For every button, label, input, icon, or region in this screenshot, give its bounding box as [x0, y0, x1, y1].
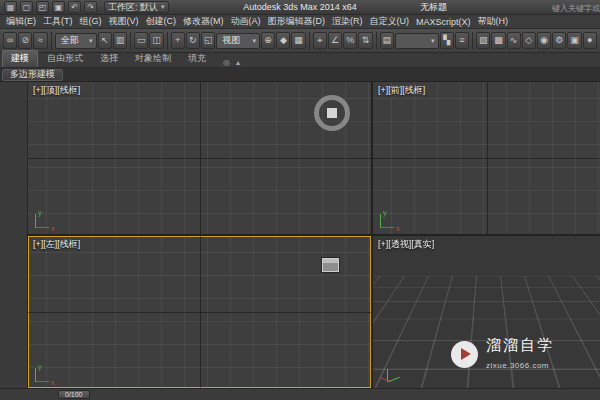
- viewport-perspective[interactable]: [+][透视][真实] 溜溜自学 zixue.3066.com: [373, 236, 600, 388]
- y-axis-label: y: [383, 209, 387, 216]
- align-button[interactable]: ≡: [455, 32, 469, 49]
- viewport-front[interactable]: [+][前][线框] x y: [373, 82, 600, 234]
- axis-gizmo: x y: [380, 206, 404, 230]
- select-and-scale-button[interactable]: ◱: [201, 32, 215, 49]
- bind-to-space-warp-button[interactable]: ≈: [33, 32, 47, 49]
- title-bar: ▦ ▢ ◰ ▣ ↶ ↷ 工作区: 默认 ▾ Autodesk 3ds Max 2…: [0, 0, 600, 15]
- menu-modifiers[interactable]: 修改器(M): [183, 15, 224, 28]
- schematic-view-button[interactable]: ◇: [522, 32, 536, 49]
- selection-filter-dropdown[interactable]: 全部 ▾: [55, 33, 97, 49]
- gizmo-core-icon: [327, 108, 337, 118]
- save-file-icon[interactable]: ▣: [52, 1, 65, 13]
- toolbar-separator: [472, 32, 473, 50]
- use-pivot-point-center-button[interactable]: ⊕: [261, 32, 275, 49]
- menu-animation[interactable]: 动画(A): [231, 15, 261, 28]
- ribbon-collapse-icon[interactable]: ▴: [236, 58, 240, 67]
- percent-snap-button[interactable]: %: [343, 32, 357, 49]
- select-and-rotate-button[interactable]: ↻: [186, 32, 200, 49]
- watermark-url: zixue.3066.com: [486, 361, 549, 370]
- search-input[interactable]: 键入关键字或短语: [552, 3, 600, 14]
- menu-group[interactable]: 组(G): [80, 15, 102, 28]
- mirror-button[interactable]: ▚: [440, 32, 454, 49]
- x-axis-icon: [380, 227, 394, 228]
- unlink-selection-button[interactable]: ⊘: [18, 32, 32, 49]
- curve-editor-button[interactable]: ∿: [507, 32, 521, 49]
- chevron-down-icon: ▾: [89, 37, 93, 45]
- toolbar-separator: [130, 32, 131, 50]
- menu-graph-editors[interactable]: 图形编辑器(D): [268, 15, 326, 28]
- y-axis-label: y: [38, 209, 42, 216]
- new-scene-icon[interactable]: ▢: [20, 1, 33, 13]
- viewport-left-label[interactable]: [+][左][线框]: [33, 238, 80, 251]
- chevron-down-icon: ▾: [161, 3, 165, 11]
- select-and-move-button[interactable]: +: [171, 32, 185, 49]
- open-file-icon[interactable]: ◰: [36, 1, 49, 13]
- panel-tab-polygon-modeling[interactable]: 多边形建模: [2, 69, 63, 81]
- layer-manager-button[interactable]: ▧: [476, 32, 490, 49]
- render-production-button[interactable]: ●: [583, 32, 597, 49]
- document-name: 无标题: [420, 1, 447, 14]
- spinner-snap-button[interactable]: ⇅: [358, 32, 372, 49]
- tab-modeling[interactable]: 建模: [2, 50, 38, 67]
- render-setup-button[interactable]: ⚙: [552, 32, 566, 49]
- viewport-perspective-label[interactable]: [+][透视][真实]: [378, 238, 434, 251]
- rotation-gizmo[interactable]: [314, 95, 350, 131]
- rectangular-selection-region-button[interactable]: ▭: [134, 32, 148, 49]
- viewport-left[interactable]: [+][左][线框] x y: [28, 236, 371, 388]
- redo-icon[interactable]: ↷: [84, 1, 97, 13]
- viewport-top[interactable]: [+][顶][线框] x y: [28, 82, 371, 234]
- menu-help[interactable]: 帮助(H): [478, 15, 509, 28]
- coordinate-system-dropdown[interactable]: 视图 ▾: [216, 33, 260, 49]
- menu-bar: 编辑(E) 工具(T) 组(G) 视图(V) 创建(C) 修改器(M) 动画(A…: [0, 15, 600, 29]
- grid-axis-line: [487, 82, 488, 234]
- tab-selection[interactable]: 选择: [92, 51, 126, 67]
- select-and-link-button[interactable]: ∞: [3, 32, 17, 49]
- selection-filter-value: 全部: [61, 34, 85, 47]
- tab-populate[interactable]: 填充: [180, 51, 214, 67]
- menu-maxscript[interactable]: MAXScript(X): [416, 17, 471, 27]
- x-axis-label: x: [396, 225, 400, 232]
- app-window: ▦ ▢ ◰ ▣ ↶ ↷ 工作区: 默认 ▾ Autodesk 3ds Max 2…: [0, 0, 600, 400]
- edit-named-selection-sets-button[interactable]: ▤: [380, 32, 394, 49]
- select-object-button[interactable]: ↖: [98, 32, 112, 49]
- snaps-toggle-button[interactable]: ⌖: [313, 32, 327, 49]
- coordinate-system-value: 视图: [222, 34, 248, 47]
- angle-snap-button[interactable]: ∠: [328, 32, 342, 49]
- scene-object-box[interactable]: [322, 258, 339, 272]
- menu-customize[interactable]: 自定义(U): [370, 15, 410, 28]
- chevron-down-icon: ▾: [253, 37, 257, 45]
- viewport-top-label[interactable]: [+][顶][线框]: [33, 84, 80, 97]
- application-menu-icon[interactable]: ▦: [4, 1, 17, 13]
- y-axis-icon: [380, 214, 381, 228]
- tab-object-paint[interactable]: 对象绘制: [127, 51, 179, 67]
- x-axis-icon: [35, 227, 49, 228]
- toolbar-separator: [376, 32, 377, 50]
- keyboard-override-button[interactable]: ▦: [291, 32, 305, 49]
- time-slider-handle[interactable]: 0/100: [58, 390, 90, 399]
- select-and-manipulate-button[interactable]: ◆: [276, 32, 290, 49]
- select-by-name-button[interactable]: ▥: [113, 32, 127, 49]
- workspace-label: 工作区: 默认: [108, 1, 158, 14]
- toolbar-separator: [167, 32, 168, 50]
- toolbar-separator: [309, 32, 310, 50]
- material-editor-button[interactable]: ◉: [537, 32, 551, 49]
- menu-rendering[interactable]: 渲染(R): [332, 15, 363, 28]
- track-bar[interactable]: 0/100: [0, 388, 600, 400]
- menu-views[interactable]: 视图(V): [109, 15, 139, 28]
- named-selection-sets-dropdown[interactable]: ▾: [395, 33, 439, 49]
- x-axis-label: x: [51, 225, 55, 232]
- ribbon-options-icon[interactable]: ◎: [223, 58, 230, 67]
- rendered-frame-window-button[interactable]: ▣: [567, 32, 581, 49]
- undo-icon[interactable]: ↶: [68, 1, 81, 13]
- y-axis-icon: [35, 368, 36, 382]
- workspace-dropdown[interactable]: 工作区: 默认 ▾: [104, 1, 169, 13]
- tab-freeform[interactable]: 自由形式: [39, 51, 91, 67]
- graphite-modeling-tools-button[interactable]: ▩: [491, 32, 505, 49]
- menu-create[interactable]: 创建(C): [146, 15, 177, 28]
- window-crossing-button[interactable]: ◫: [149, 32, 163, 49]
- menu-edit[interactable]: 编辑(E): [6, 15, 36, 28]
- viewport-front-label[interactable]: [+][前][线框]: [378, 84, 425, 97]
- menu-tools[interactable]: 工具(T): [43, 15, 73, 28]
- y-axis-label: y: [38, 363, 42, 370]
- work-area: [+][顶][线框] x y [+][前][线框]: [0, 82, 600, 388]
